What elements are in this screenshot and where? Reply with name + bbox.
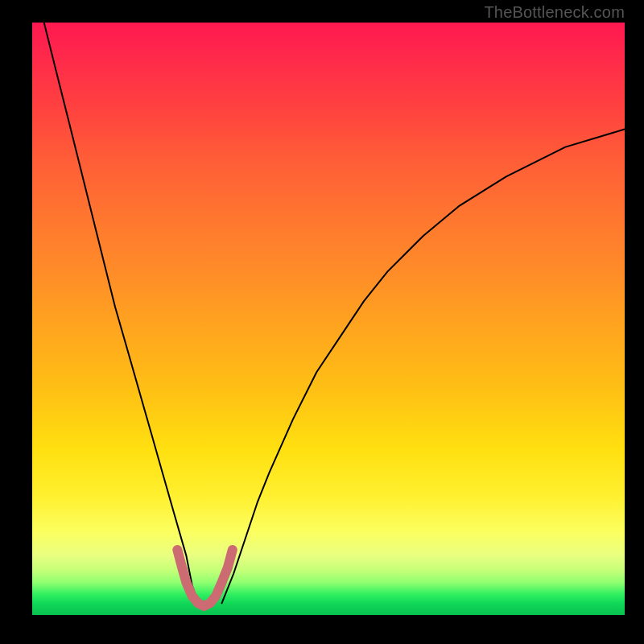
plot-area	[32, 23, 625, 615]
bottleneck-curve-left	[44, 23, 198, 603]
watermark-text: TheBottleneck.com	[484, 3, 625, 22]
bottleneck-curve-right	[222, 130, 625, 604]
curve-layer	[32, 23, 625, 615]
chart-container: TheBottleneck.com	[0, 0, 644, 644]
